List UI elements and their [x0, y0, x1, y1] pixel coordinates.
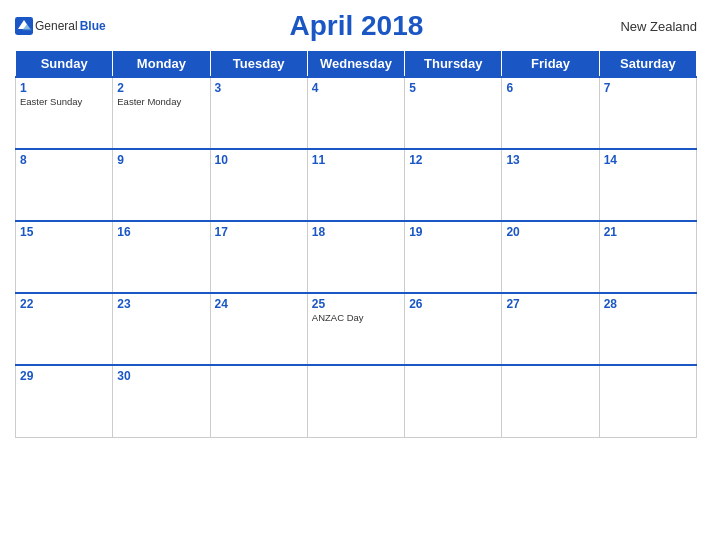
- calendar-title: April 2018: [106, 10, 607, 42]
- day-number: 6: [506, 81, 594, 95]
- day-cell-4-5: [502, 365, 599, 437]
- day-cell-2-6: 21: [599, 221, 696, 293]
- day-number: 11: [312, 153, 400, 167]
- header: General Blue April 2018 New Zealand: [15, 10, 697, 42]
- day-cell-2-3: 18: [307, 221, 404, 293]
- day-cell-3-1: 23: [113, 293, 210, 365]
- header-saturday: Saturday: [599, 51, 696, 78]
- day-cell-2-1: 16: [113, 221, 210, 293]
- header-tuesday: Tuesday: [210, 51, 307, 78]
- logo-blue-text: Blue: [80, 19, 106, 33]
- day-number: 5: [409, 81, 497, 95]
- week-row-1: 1Easter Sunday2Easter Monday34567: [16, 77, 697, 149]
- day-number: 24: [215, 297, 303, 311]
- day-cell-0-5: 6: [502, 77, 599, 149]
- calendar-table: Sunday Monday Tuesday Wednesday Thursday…: [15, 50, 697, 438]
- day-cell-0-2: 3: [210, 77, 307, 149]
- day-number: 7: [604, 81, 692, 95]
- day-cell-2-2: 17: [210, 221, 307, 293]
- day-cell-2-4: 19: [405, 221, 502, 293]
- week-row-2: 891011121314: [16, 149, 697, 221]
- day-cell-4-2: [210, 365, 307, 437]
- holiday-name: Easter Sunday: [20, 96, 108, 107]
- day-number: 30: [117, 369, 205, 383]
- day-cell-0-4: 5: [405, 77, 502, 149]
- day-number: 18: [312, 225, 400, 239]
- day-cell-4-4: [405, 365, 502, 437]
- day-cell-3-6: 28: [599, 293, 696, 365]
- day-cell-2-0: 15: [16, 221, 113, 293]
- day-cell-2-5: 20: [502, 221, 599, 293]
- day-cell-0-6: 7: [599, 77, 696, 149]
- day-number: 1: [20, 81, 108, 95]
- day-number: 20: [506, 225, 594, 239]
- day-number: 2: [117, 81, 205, 95]
- logo-general-text: General: [35, 19, 78, 33]
- day-number: 10: [215, 153, 303, 167]
- week-row-3: 15161718192021: [16, 221, 697, 293]
- day-cell-3-0: 22: [16, 293, 113, 365]
- day-cell-4-3: [307, 365, 404, 437]
- day-cell-4-1: 30: [113, 365, 210, 437]
- day-number: 4: [312, 81, 400, 95]
- day-number: 19: [409, 225, 497, 239]
- header-thursday: Thursday: [405, 51, 502, 78]
- day-cell-3-3: 25ANZAC Day: [307, 293, 404, 365]
- day-number: 12: [409, 153, 497, 167]
- day-number: 26: [409, 297, 497, 311]
- day-cell-1-4: 12: [405, 149, 502, 221]
- day-cell-1-0: 8: [16, 149, 113, 221]
- holiday-name: ANZAC Day: [312, 312, 400, 323]
- day-number: 23: [117, 297, 205, 311]
- general-blue-icon: [15, 17, 33, 35]
- day-number: 13: [506, 153, 594, 167]
- day-number: 16: [117, 225, 205, 239]
- day-number: 17: [215, 225, 303, 239]
- day-cell-4-6: [599, 365, 696, 437]
- day-number: 29: [20, 369, 108, 383]
- day-cell-1-5: 13: [502, 149, 599, 221]
- day-number: 28: [604, 297, 692, 311]
- day-cell-1-1: 9: [113, 149, 210, 221]
- logo: General Blue: [15, 17, 106, 35]
- day-number: 21: [604, 225, 692, 239]
- day-cell-3-4: 26: [405, 293, 502, 365]
- day-number: 25: [312, 297, 400, 311]
- day-cell-1-3: 11: [307, 149, 404, 221]
- region-label: New Zealand: [607, 19, 697, 34]
- day-cell-3-5: 27: [502, 293, 599, 365]
- header-monday: Monday: [113, 51, 210, 78]
- holiday-name: Easter Monday: [117, 96, 205, 107]
- page: General Blue April 2018 New Zealand Sund…: [0, 0, 712, 550]
- day-number: 14: [604, 153, 692, 167]
- header-sunday: Sunday: [16, 51, 113, 78]
- day-cell-1-6: 14: [599, 149, 696, 221]
- day-cell-0-0: 1Easter Sunday: [16, 77, 113, 149]
- day-number: 27: [506, 297, 594, 311]
- day-cell-1-2: 10: [210, 149, 307, 221]
- day-number: 9: [117, 153, 205, 167]
- day-number: 8: [20, 153, 108, 167]
- day-cell-0-3: 4: [307, 77, 404, 149]
- day-cell-4-0: 29: [16, 365, 113, 437]
- day-number: 22: [20, 297, 108, 311]
- week-row-5: 2930: [16, 365, 697, 437]
- day-headers-row: Sunday Monday Tuesday Wednesday Thursday…: [16, 51, 697, 78]
- day-cell-3-2: 24: [210, 293, 307, 365]
- header-friday: Friday: [502, 51, 599, 78]
- day-cell-0-1: 2Easter Monday: [113, 77, 210, 149]
- day-number: 3: [215, 81, 303, 95]
- week-row-4: 22232425ANZAC Day262728: [16, 293, 697, 365]
- header-wednesday: Wednesday: [307, 51, 404, 78]
- day-number: 15: [20, 225, 108, 239]
